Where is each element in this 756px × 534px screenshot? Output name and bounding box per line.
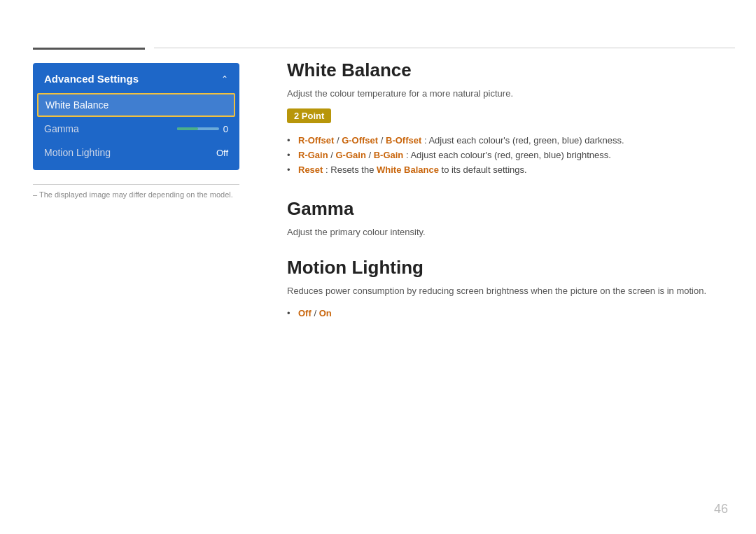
white-balance-label: White Balance — [46, 99, 108, 111]
off-link: Off — [298, 308, 312, 318]
reset-desc2: to its default settings. — [442, 164, 527, 175]
reset-desc1: : Resets the — [326, 164, 377, 175]
gamma-section: Gamma Adjust the primary colour intensit… — [287, 198, 728, 237]
motion-lighting-label: Motion Lighting — [44, 147, 111, 158]
b-gain-link: B-Gain — [374, 150, 404, 160]
gamma-slider-bar — [177, 127, 219, 130]
g-gain-link: G-Gain — [335, 150, 365, 160]
motion-lighting-desc: Reduces power consumption by reducing sc… — [287, 286, 728, 296]
advanced-settings-box: Advanced Settings ⌃ White Balance Gamma … — [33, 63, 239, 170]
bullet-reset: Reset : Resets the White Balance to its … — [287, 162, 728, 177]
white-balance-bullets: R-Offset / G-Offset / B-Offset : Adjust … — [287, 133, 728, 177]
advanced-settings-header: Advanced Settings ⌃ — [33, 63, 239, 93]
disclaimer-text: – The displayed image may differ dependi… — [33, 190, 239, 199]
chevron-up-icon: ⌃ — [221, 74, 228, 84]
gamma-title: Gamma — [287, 198, 728, 220]
g-offset-link: G-Offset — [342, 135, 378, 146]
motion-lighting-section: Motion Lighting Reduces power consumptio… — [287, 257, 728, 321]
gamma-desc: Adjust the primary colour intensity. — [287, 227, 728, 237]
white-balance-reset-link: White Balance — [377, 164, 439, 175]
white-balance-section: White Balance Adjust the colour temperat… — [287, 59, 728, 177]
sep2: / — [381, 135, 386, 146]
bullet-r-gain: R-Gain / G-Gain / B-Gain : Adjust each c… — [287, 148, 728, 162]
menu-item-gamma[interactable]: Gamma 0 — [33, 117, 239, 141]
motion-lighting-value: Off — [216, 148, 228, 158]
reset-link: Reset — [298, 164, 323, 175]
menu-item-motion-lighting[interactable]: Motion Lighting Off — [33, 141, 239, 164]
gamma-slider-track: 0 — [177, 124, 228, 134]
motion-lighting-bullets: Off / On — [287, 306, 728, 321]
page-number: 46 — [714, 502, 728, 517]
white-balance-desc: Adjust the colour temperature for a more… — [287, 88, 728, 99]
gain-desc: : Adjust each colour's (red, green, blue… — [406, 150, 611, 160]
right-content: White Balance Adjust the colour temperat… — [287, 59, 728, 342]
menu-item-white-balance[interactable]: White Balance — [37, 93, 235, 117]
advanced-settings-title: Advanced Settings — [44, 73, 139, 85]
bullet-off-on: Off / On — [287, 306, 728, 321]
sep4: / — [368, 150, 373, 160]
r-gain-link: R-Gain — [298, 150, 328, 160]
left-divider — [33, 184, 239, 185]
on-link: On — [319, 308, 332, 318]
sep-off-on: / — [314, 308, 318, 318]
r-offset-link: R-Offset — [298, 135, 334, 146]
top-line-right — [154, 48, 735, 48]
motion-lighting-title: Motion Lighting — [287, 257, 728, 279]
gamma-slider-filled — [177, 127, 198, 130]
b-offset-link: B-Offset — [386, 135, 421, 146]
gamma-value: 0 — [223, 124, 228, 134]
bullet-r-offset: R-Offset / G-Offset / B-Offset : Adjust … — [287, 133, 728, 148]
top-line-left — [33, 48, 145, 50]
gamma-label: Gamma — [44, 123, 79, 134]
white-balance-title: White Balance — [287, 59, 728, 81]
left-panel: Advanced Settings ⌃ White Balance Gamma … — [33, 63, 239, 199]
offset-desc: : Adjust each colour's (red, green, blue… — [424, 135, 624, 146]
two-point-badge: 2 Point — [287, 108, 331, 123]
